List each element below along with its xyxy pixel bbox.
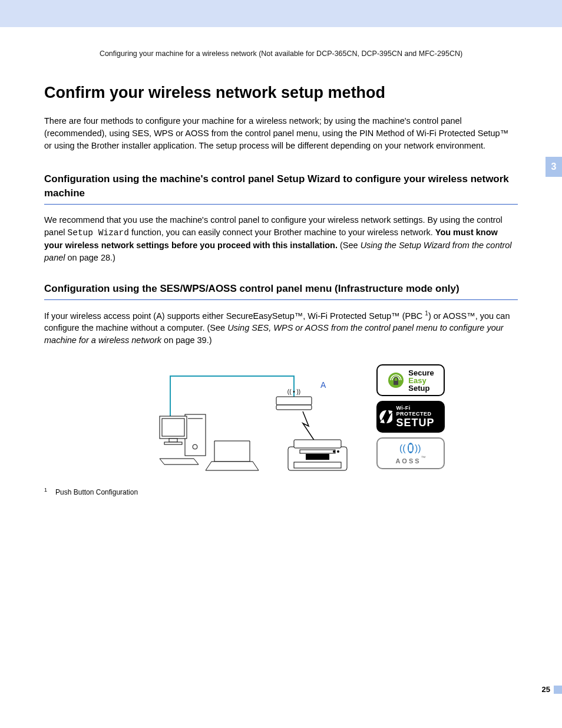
text: Wi-Fi PROTECTED <box>396 405 442 417</box>
footnote-marker: 1 <box>44 487 47 493</box>
diagram-row: (( • )) A <box>44 364 518 476</box>
svg-rect-7 <box>169 439 177 442</box>
text: Easy <box>408 377 434 384</box>
text: Secure <box>408 369 434 377</box>
svg-rect-15 <box>294 462 341 468</box>
svg-rect-6 <box>162 419 184 436</box>
intro-paragraph: There are four methods to configure your… <box>44 115 518 152</box>
wifi-icon: (( • )) <box>287 388 300 395</box>
logo-stack: Secure Easy Setup Wi-Fi PROTECTED SETUP <box>376 364 445 476</box>
svg-rect-0 <box>276 397 312 405</box>
section1-body: We recommend that you use the machine's … <box>44 214 518 264</box>
text: function, you can easily connect your Br… <box>129 228 435 237</box>
svg-rect-12 <box>300 450 335 453</box>
svg-rect-1 <box>276 405 312 410</box>
svg-rect-8 <box>164 442 182 444</box>
text: AOSS <box>395 457 421 465</box>
aoss-logo: (( )) AOSS™ <box>376 437 445 469</box>
page-number-bar: 25 <box>542 685 562 694</box>
aoss-icon: (( )) <box>395 441 427 454</box>
footnote-text: Push Button Configuration <box>55 488 138 496</box>
section2-heading: Configuration using the SES/WPS/AOSS con… <box>44 282 518 300</box>
wps-arrows-icon <box>379 409 392 424</box>
svg-rect-10 <box>294 440 341 448</box>
text: (See <box>338 241 361 250</box>
text: on page 39.) <box>161 335 211 345</box>
ses-icon <box>387 371 405 389</box>
wifi-protected-setup-logo: Wi-Fi PROTECTED SETUP <box>376 401 445 433</box>
breadcrumb: Configuring your machine for a wireless … <box>44 50 518 58</box>
label-a: A <box>320 380 326 390</box>
page-title: Confirm your wireless network setup meth… <box>44 84 518 102</box>
page-accent <box>554 686 562 694</box>
svg-point-14 <box>337 450 339 453</box>
svg-rect-2 <box>185 414 206 456</box>
mono-text: Setup Wizard <box>68 228 129 238</box>
page-content: Configuring your machine for a wireless … <box>0 27 562 496</box>
svg-point-13 <box>333 450 335 453</box>
secure-easy-setup-logo: Secure Easy Setup <box>376 364 445 396</box>
footnote: 1Push Button Configuration <box>44 487 518 496</box>
text: If your wireless access point (A) suppor… <box>44 311 425 320</box>
ses-text: Secure Easy Setup <box>408 369 434 392</box>
section1-heading: Configuration using the machine's contro… <box>44 172 518 205</box>
tm-symbol: ™ <box>421 455 426 460</box>
network-diagram: (( • )) A <box>117 364 365 476</box>
text: on page 28.) <box>65 253 115 262</box>
svg-text:((: (( <box>399 443 406 453</box>
page-number: 25 <box>542 685 550 694</box>
text: Setup <box>408 384 434 392</box>
text: SETUP <box>396 417 442 429</box>
svg-rect-20 <box>409 444 412 452</box>
svg-rect-11 <box>306 454 329 460</box>
section2-body: If your wireless access point (A) suppor… <box>44 309 518 347</box>
header-bar <box>0 0 562 27</box>
svg-rect-17 <box>394 381 398 385</box>
chapter-tab: 3 <box>546 157 562 177</box>
svg-text:)): )) <box>415 443 421 453</box>
